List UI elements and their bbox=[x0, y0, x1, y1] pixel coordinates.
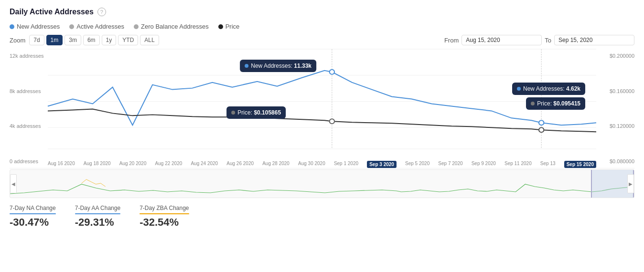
legend-active-addresses[interactable]: Active Addresses bbox=[69, 23, 124, 30]
y-right-label-1: $0.160000 bbox=[610, 88, 634, 94]
minimap-area[interactable]: ◀ ▶ bbox=[10, 169, 634, 198]
stat-na-value: -30.47% bbox=[10, 216, 56, 229]
minimap-nav-right[interactable]: ▶ bbox=[627, 174, 634, 193]
y-left-label-1: 8k addresses bbox=[10, 88, 44, 94]
x-label-5: Aug 26 2020 bbox=[226, 161, 254, 168]
x-label-9: Sep 3 2020 bbox=[367, 161, 397, 168]
x-label-10: Sep 5 2020 bbox=[405, 161, 429, 168]
dot-sep15-new bbox=[539, 120, 544, 125]
main-chart-area: 12k addresses 8k addresses 4k addresses … bbox=[10, 49, 634, 168]
chart-inner: New Addresses: 11.33k Price: $0.105865 N… bbox=[48, 49, 596, 154]
dot-sep3-price bbox=[330, 119, 334, 124]
legend-zero-balance[interactable]: Zero Balance Addresses bbox=[134, 23, 209, 30]
zoom-label: Zoom bbox=[10, 37, 25, 44]
date-range: From To bbox=[444, 35, 634, 45]
y-left-label-0: 12k addresses bbox=[10, 53, 44, 59]
help-icon[interactable]: ? bbox=[97, 8, 106, 16]
zoom-ytd[interactable]: YTD bbox=[118, 35, 138, 45]
stat-aa-change: 7-Day AA Change -29.31% bbox=[75, 205, 120, 229]
x-label-14: Sep 13 bbox=[540, 161, 556, 168]
legend-label-price: Price bbox=[225, 23, 240, 30]
x-label-13: Sep 11 2020 bbox=[504, 161, 532, 168]
to-label: To bbox=[545, 37, 551, 44]
zoom-1m[interactable]: 1m bbox=[46, 35, 63, 45]
legend-new-addresses[interactable]: New Addresses bbox=[10, 23, 60, 30]
stats-row: 7-Day NA Change -30.47% 7-Day AA Change … bbox=[10, 205, 634, 229]
chart-svg bbox=[48, 49, 596, 154]
page-title: Daily Active Addresses bbox=[10, 8, 94, 16]
x-label-8: Sep 1 2020 bbox=[334, 161, 358, 168]
stat-zba-change: 7-Day ZBA Change -32.54% bbox=[140, 205, 189, 229]
stat-zba-value: -32.54% bbox=[140, 216, 189, 229]
new-addresses-line bbox=[48, 71, 596, 125]
title-row: Daily Active Addresses ? bbox=[10, 8, 634, 16]
controls-row: Zoom 7d 1m 3m 6m 1y YTD ALL From To bbox=[10, 35, 634, 45]
page-container: Daily Active Addresses ? New Addresses A… bbox=[0, 0, 644, 236]
zoom-6m[interactable]: 6m bbox=[83, 35, 100, 45]
zoom-group: Zoom 7d 1m 3m 6m 1y YTD ALL bbox=[10, 35, 159, 45]
y-left-label-2: 4k addresses bbox=[10, 123, 44, 129]
minimap-nav-left[interactable]: ◀ bbox=[10, 174, 17, 193]
stat-zba-label: 7-Day ZBA Change bbox=[140, 205, 189, 211]
minimap-svg bbox=[10, 170, 634, 198]
from-date-input[interactable] bbox=[462, 35, 542, 45]
dot-sep15-price bbox=[539, 127, 544, 132]
stat-aa-value: -29.31% bbox=[75, 216, 120, 229]
stat-na-underline bbox=[10, 213, 56, 214]
x-label-12: Sep 9 2020 bbox=[472, 161, 496, 168]
from-label: From bbox=[444, 37, 459, 44]
y-right-label-2: $0.120000 bbox=[610, 123, 634, 129]
legend-price[interactable]: Price bbox=[218, 23, 240, 30]
y-axis-right: $0.200000 $0.160000 $0.120000 $0.080000 bbox=[610, 49, 634, 168]
zoom-7d[interactable]: 7d bbox=[29, 35, 44, 45]
x-label-0: Aug 16 2020 bbox=[48, 161, 75, 168]
x-label-2: Aug 20 2020 bbox=[119, 161, 147, 168]
legend-dot-active-addresses bbox=[69, 24, 74, 29]
legend-row: New Addresses Active Addresses Zero Bala… bbox=[10, 23, 634, 30]
legend-dot-new-addresses bbox=[10, 24, 14, 29]
legend-label-zero-balance: Zero Balance Addresses bbox=[141, 23, 209, 30]
y-axis-left: 12k addresses 8k addresses 4k addresses … bbox=[10, 49, 44, 168]
legend-label-active-addresses: Active Addresses bbox=[76, 23, 124, 30]
legend-label-new-addresses: New Addresses bbox=[17, 23, 60, 30]
x-axis: Aug 16 2020 Aug 18 2020 Aug 20 2020 Aug … bbox=[48, 161, 596, 168]
y-right-label-3: $0.080000 bbox=[610, 158, 634, 164]
stat-na-label: 7-Day NA Change bbox=[10, 205, 56, 211]
stat-na-change: 7-Day NA Change -30.47% bbox=[10, 205, 56, 229]
legend-dot-price bbox=[218, 24, 223, 29]
dot-sep3-new bbox=[330, 70, 334, 74]
y-right-label-0: $0.200000 bbox=[610, 53, 634, 59]
x-label-3: Aug 22 2020 bbox=[155, 161, 182, 168]
x-label-11: Sep 7 2020 bbox=[438, 161, 462, 168]
x-label-6: Aug 28 2020 bbox=[262, 161, 290, 168]
zoom-3m[interactable]: 3m bbox=[64, 35, 81, 45]
zoom-all[interactable]: ALL bbox=[140, 35, 159, 45]
x-label-7: Aug 30 2020 bbox=[298, 161, 325, 168]
x-label-15: Sep 15 2020 bbox=[564, 161, 596, 168]
stat-zba-underline bbox=[140, 213, 189, 214]
stat-aa-label: 7-Day AA Change bbox=[75, 205, 120, 211]
x-label-1: Aug 18 2020 bbox=[84, 161, 111, 168]
to-date-input[interactable] bbox=[554, 35, 634, 45]
stat-aa-underline bbox=[75, 213, 120, 214]
y-left-label-3: 0 addresses bbox=[10, 158, 44, 164]
legend-dot-zero-balance bbox=[134, 24, 139, 29]
x-label-4: Aug 24 2020 bbox=[191, 161, 218, 168]
zoom-1y[interactable]: 1y bbox=[102, 35, 117, 45]
